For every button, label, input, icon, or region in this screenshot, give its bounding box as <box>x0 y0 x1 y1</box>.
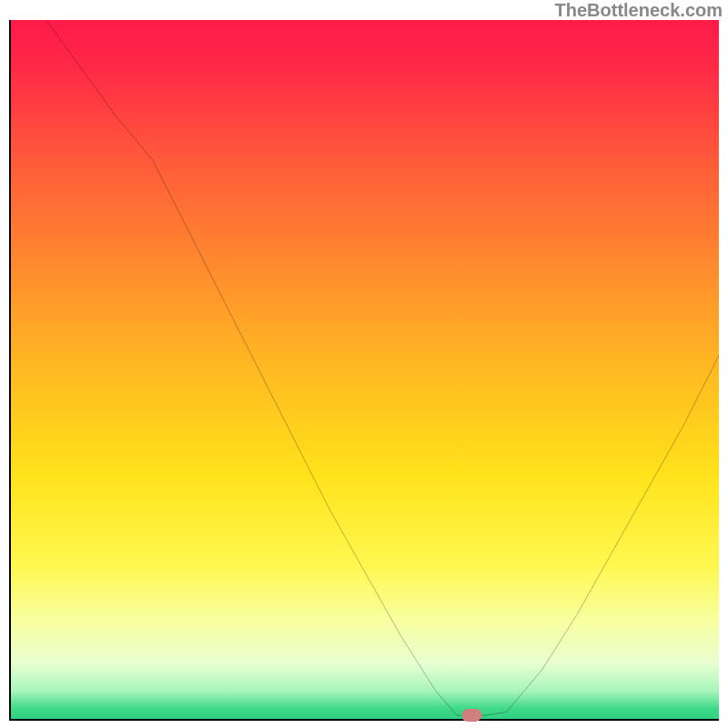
chart-curve <box>11 20 719 719</box>
optimal-point-marker <box>461 709 481 722</box>
chart-plot-area <box>9 20 719 721</box>
watermark-text: TheBottleneck.com <box>555 0 723 21</box>
